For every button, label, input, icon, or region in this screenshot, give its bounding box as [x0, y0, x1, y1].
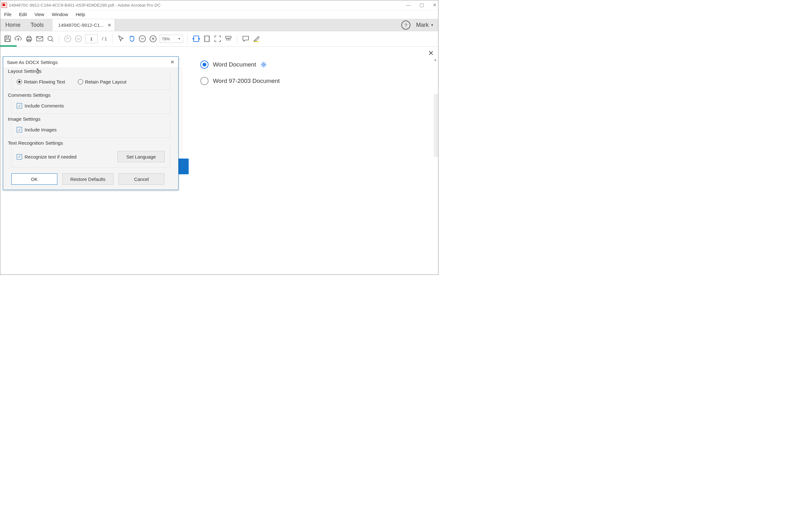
mail-icon[interactable] — [36, 35, 44, 43]
svg-rect-14 — [225, 36, 231, 38]
maximize-icon[interactable]: ▢ — [419, 2, 424, 8]
svg-rect-12 — [194, 36, 199, 42]
set-language-button[interactable]: Set Language — [117, 151, 165, 162]
tab-close-icon[interactable]: ✕ — [107, 22, 111, 28]
radio-retain-flowing[interactable]: Retain Flowing Text — [17, 79, 65, 84]
scroll-up-arrow-icon[interactable]: ▴ — [434, 57, 436, 62]
checkbox-checked-icon: ✓ — [17, 154, 22, 160]
export-option-doc97-label: Word 97-2003 Document — [213, 77, 280, 84]
user-menu[interactable]: Mark ▼ — [416, 22, 434, 28]
fit-width-icon[interactable] — [192, 35, 200, 43]
reading-mode-icon[interactable] — [224, 35, 232, 43]
menu-file[interactable]: File — [4, 12, 11, 17]
export-option-docx-label: Word Document — [213, 61, 256, 68]
highlight-icon[interactable] — [252, 35, 260, 43]
tab-document-label: 1494870C-9912-C1... — [58, 22, 104, 28]
svg-point-7 — [48, 36, 52, 41]
separator — [187, 34, 188, 43]
print-icon[interactable] — [25, 35, 33, 43]
layout-settings-group: Layout Settings Retain Flowing Text Reta… — [11, 72, 170, 90]
svg-rect-13 — [205, 36, 210, 42]
radio-retain-page-layout[interactable]: Retain Page Layout — [78, 79, 126, 84]
svg-point-8 — [65, 36, 71, 42]
radio-unchecked-icon — [78, 79, 83, 84]
zoom-value: 79% — [162, 37, 170, 41]
textrec-legend: Text Recognition Settings — [6, 140, 65, 146]
layout-legend: Layout Settings — [6, 68, 43, 74]
radio-unchecked-icon — [200, 77, 209, 85]
page-down-icon[interactable] — [74, 35, 82, 43]
ok-button[interactable]: OK — [11, 173, 57, 185]
menu-help[interactable]: Help — [76, 12, 85, 17]
cloud-upload-icon[interactable] — [14, 35, 22, 43]
checkbox-checked-icon: ✓ — [17, 103, 22, 108]
tab-document[interactable]: 1494870C-9912-C1... ✕ — [52, 19, 115, 31]
svg-rect-1 — [6, 36, 8, 38]
gear-icon[interactable] — [260, 62, 267, 68]
svg-point-9 — [75, 36, 82, 42]
separator — [237, 34, 237, 43]
search-icon[interactable] — [46, 35, 54, 43]
menu-edit[interactable]: Edit — [19, 12, 27, 17]
app-window: 1494870C-9912-C184-4CC9-B401-A53F4D8DE29… — [0, 0, 438, 275]
svg-rect-5 — [27, 40, 31, 42]
export-subformat-list: Word Document Word 97-2003 Document — [200, 59, 280, 152]
cancel-button[interactable]: Cancel — [118, 173, 164, 185]
hand-icon[interactable] — [127, 35, 136, 43]
checkbox-include-images[interactable]: ✓ Include Images — [17, 127, 165, 132]
window-title: 1494870C-9912-C184-4CC9-B401-A53F4D8DE29… — [9, 3, 161, 7]
checkbox-recognize-text[interactable]: ✓ Recognize text if needed — [17, 154, 77, 160]
help-icon[interactable]: ? — [401, 21, 410, 30]
settings-dialog: Save As DOCX Settings ✕ Layout Settings … — [3, 57, 179, 190]
toolbar: / 1 79% ▼ — [0, 31, 438, 47]
export-option-doc97[interactable]: Word 97-2003 Document — [200, 77, 280, 85]
images-legend: Image Settings — [6, 116, 42, 122]
image-settings-group: Image Settings ✓ Include Images — [11, 120, 170, 138]
comments-settings-group: Comments Settings ✓ Include Comments — [11, 96, 170, 114]
comments-legend: Comments Settings — [6, 92, 52, 98]
radio-checked-icon — [17, 79, 22, 84]
zoom-out-icon[interactable] — [138, 35, 146, 43]
fit-page-icon[interactable] — [203, 35, 211, 43]
menu-window[interactable]: Window — [52, 12, 68, 17]
zoom-in-icon[interactable] — [149, 35, 157, 43]
separator — [59, 34, 59, 43]
close-window-icon[interactable]: ✕ — [433, 2, 437, 8]
titlebar: 1494870C-9912-C184-4CC9-B401-A53F4D8DE29… — [0, 0, 438, 10]
page-total: / 1 — [102, 36, 107, 41]
comment-icon[interactable] — [242, 35, 250, 43]
svg-rect-2 — [6, 39, 9, 42]
text-recognition-group: Text Recognition Settings ✓ Recognize te… — [11, 143, 170, 168]
menu-view[interactable]: View — [34, 12, 44, 17]
dialog-title: Save As DOCX Settings — [7, 60, 58, 65]
dropdown-caret-icon: ▼ — [178, 37, 181, 40]
save-icon[interactable] — [3, 35, 12, 43]
tab-tools[interactable]: Tools — [26, 19, 49, 31]
checkbox-include-comments[interactable]: ✓ Include Comments — [17, 103, 165, 108]
scrollbar[interactable] — [434, 94, 438, 157]
minimize-icon[interactable]: — — [406, 2, 411, 8]
fullscreen-icon[interactable] — [214, 35, 222, 43]
pointer-icon[interactable] — [117, 35, 125, 43]
restore-defaults-button[interactable]: Restore Defaults — [62, 173, 113, 185]
tab-home[interactable]: Home — [0, 19, 26, 31]
user-name: Mark — [416, 22, 429, 28]
tabstrip: Home Tools 1494870C-9912-C1... ✕ ? Mark … — [0, 19, 438, 31]
menubar: File Edit View Window Help — [0, 10, 438, 19]
dropdown-caret-icon: ▼ — [431, 23, 434, 27]
radio-checked-icon — [200, 61, 209, 69]
dialog-close-icon[interactable]: ✕ — [171, 59, 175, 65]
page-up-icon[interactable] — [64, 35, 72, 43]
page-number-input[interactable] — [85, 34, 98, 43]
separator — [112, 34, 112, 43]
zoom-select[interactable]: 79% ▼ — [160, 35, 183, 43]
pdf-icon — [2, 2, 7, 8]
svg-rect-4 — [27, 36, 31, 38]
checkbox-checked-icon: ✓ — [17, 127, 22, 132]
close-panel-icon[interactable]: ✕ — [428, 49, 434, 57]
svg-point-15 — [263, 64, 265, 66]
export-option-docx[interactable]: Word Document — [200, 61, 280, 69]
